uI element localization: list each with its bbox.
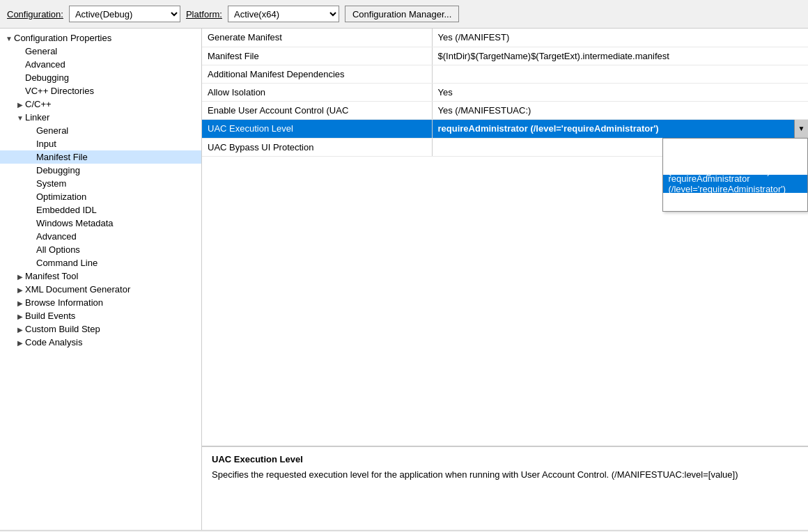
config-select[interactable]: Active(Debug): [69, 6, 180, 22]
tree-item-general[interactable]: General: [0, 45, 201, 58]
tree-item-advanced[interactable]: Advanced: [0, 58, 201, 71]
tree-item-cpp[interactable]: ▶C/C++: [0, 97, 201, 111]
prop-name-3: Allow Isolation: [202, 83, 432, 101]
prop-name-1: Manifest File: [202, 47, 432, 65]
config-manager-button[interactable]: Configuration Manager...: [345, 6, 459, 22]
tree-label-build-events: Build Events: [25, 311, 75, 321]
tree-label-custom-build: Custom Build Step: [25, 324, 100, 334]
expand-icon-config-props[interactable]: ▼: [4, 35, 14, 42]
tree-item-debugging-top[interactable]: Debugging: [0, 71, 201, 84]
expand-icon-cpp[interactable]: ▶: [15, 101, 25, 109]
tree-label-debugging-top: Debugging: [25, 72, 69, 83]
tree-item-manifest-file[interactable]: Manifest File: [0, 150, 201, 164]
tree-label-embedded-idl: Embedded IDL: [36, 205, 97, 215]
prop-name-4: Enable User Account Control (UAC: [202, 101, 432, 119]
dropdown-option-0[interactable]: asInvoker (/level='asInvoker'): [663, 139, 808, 157]
tree-item-linker-input[interactable]: Input: [0, 137, 201, 150]
tree-item-build-events[interactable]: ▶Build Events: [0, 309, 201, 322]
expand-icon-manifest-tool[interactable]: ▶: [15, 273, 25, 281]
tree-label-vc-dirs: VC++ Directories: [25, 86, 94, 96]
description-panel: UAC Execution Level Specifies the reques…: [202, 446, 808, 530]
tree-item-linker[interactable]: ▼Linker: [0, 111, 201, 124]
tree-item-optimization[interactable]: Optimization: [0, 190, 201, 203]
expand-icon-custom-build[interactable]: ▶: [15, 326, 25, 334]
prop-row-2[interactable]: Additional Manifest Dependencies: [202, 65, 808, 83]
tree-item-linker-advanced[interactable]: Advanced: [0, 230, 201, 243]
prop-name-2: Additional Manifest Dependencies: [202, 65, 432, 83]
tree-label-linker-debugging: Debugging: [36, 165, 80, 175]
tree-item-linker-debugging[interactable]: Debugging: [0, 164, 201, 177]
description-text: Specifies the requested execution level …: [212, 469, 798, 481]
dropdown-option-2[interactable]: requireAdministrator (/level='requireAdm…: [663, 175, 808, 193]
expand-icon-linker[interactable]: ▼: [15, 114, 25, 122]
prop-value-2: [432, 65, 808, 83]
right-panel: Generate Manifest Yes (/MANIFEST) Manife…: [202, 29, 808, 530]
expand-icon-browse-info[interactable]: ▶: [15, 299, 25, 307]
tree-item-all-options[interactable]: All Options: [0, 243, 201, 256]
tree-label-cpp: C/C++: [25, 99, 52, 109]
prop-row-0[interactable]: Generate Manifest Yes (/MANIFEST): [202, 29, 808, 47]
tree-item-system[interactable]: System: [0, 177, 201, 190]
prop-value-0: Yes (/MANIFEST): [432, 29, 808, 47]
tree-label-linker: Linker: [25, 112, 49, 123]
prop-row-3[interactable]: Allow Isolation Yes: [202, 83, 808, 101]
property-table: Generate Manifest Yes (/MANIFEST) Manife…: [202, 29, 808, 157]
dropdown-arrow-btn[interactable]: ▼: [794, 120, 808, 138]
dropdown-option-3[interactable]: [663, 193, 808, 211]
toolbar: Configuration: Active(Debug) Platform: A…: [0, 0, 808, 29]
expand-icon-xml-doc[interactable]: ▶: [15, 286, 25, 294]
tree-label-linker-advanced: Advanced: [36, 231, 77, 242]
tree-label-windows-metadata: Windows Metadata: [36, 218, 114, 228]
tree-label-config-props: Configuration Properties: [14, 33, 111, 43]
expand-icon-code-analysis[interactable]: ▶: [15, 339, 25, 347]
tree-item-config-props[interactable]: ▼Configuration Properties: [0, 31, 201, 45]
tree-label-advanced: Advanced: [25, 59, 65, 70]
tree-item-code-analysis[interactable]: ▶Code Analysis: [0, 336, 201, 349]
prop-name-6: UAC Bypass UI Protection: [202, 138, 432, 156]
main-area: ▼Configuration Properties General Advanc…: [0, 29, 808, 530]
tree-panel: ▼Configuration Properties General Advanc…: [0, 29, 202, 530]
property-grid: Generate Manifest Yes (/MANIFEST) Manife…: [202, 29, 808, 446]
tree-item-windows-metadata[interactable]: Windows Metadata: [0, 217, 201, 230]
tree-item-vc-dirs[interactable]: VC++ Directories: [0, 84, 201, 97]
tree-item-linker-general[interactable]: General: [0, 124, 201, 137]
prop-row-1[interactable]: Manifest File $(IntDir)$(TargetName)$(Ta…: [202, 47, 808, 65]
config-label: Configuration:: [7, 9, 63, 19]
prop-row-4[interactable]: Enable User Account Control (UAC Yes (/M…: [202, 101, 808, 119]
tree-label-command-line: Command Line: [36, 258, 98, 268]
dropdown-option-1[interactable]: highestAvailable (/level='highestAvailab…: [663, 157, 808, 175]
tree-item-command-line[interactable]: Command Line: [0, 256, 201, 269]
description-title: UAC Execution Level: [212, 454, 798, 464]
tree-item-custom-build[interactable]: ▶Custom Build Step: [0, 322, 201, 336]
tree-label-linker-general: General: [36, 125, 68, 136]
tree-label-browse-info: Browse Information: [25, 297, 103, 308]
platform-select[interactable]: Active(x64): [228, 6, 339, 22]
tree-label-manifest-file: Manifest File: [36, 152, 88, 162]
tree-label-system: System: [36, 178, 66, 189]
tree-label-xml-doc: XML Document Generator: [25, 284, 130, 295]
expand-icon-build-events[interactable]: ▶: [15, 313, 25, 320]
tree-label-all-options: All Options: [36, 244, 80, 255]
prop-value-3: Yes: [432, 83, 808, 101]
dropdown-list: asInvoker (/level='asInvoker') highestAv…: [662, 138, 809, 212]
tree-item-xml-doc[interactable]: ▶XML Document Generator: [0, 283, 201, 296]
tree-label-manifest-tool: Manifest Tool: [25, 271, 78, 281]
tree-label-optimization: Optimization: [36, 191, 86, 202]
prop-row-5[interactable]: UAC Execution Level requireAdministrator…: [202, 119, 808, 138]
platform-label: Platform:: [186, 9, 222, 19]
tree-item-browse-info[interactable]: ▶Browse Information: [0, 296, 201, 309]
tree-item-manifest-tool[interactable]: ▶Manifest Tool: [0, 269, 201, 283]
prop-value-1: $(IntDir)$(TargetName)$(TargetExt).inter…: [432, 47, 808, 65]
prop-value-5: requireAdministrator (/level='requireAdm…: [432, 119, 808, 138]
prop-name-0: Generate Manifest: [202, 29, 432, 47]
tree-label-general: General: [25, 46, 57, 56]
tree-label-code-analysis: Code Analysis: [25, 337, 82, 347]
tree-label-linker-input: Input: [36, 139, 56, 149]
prop-value-4: Yes (/MANIFESTUAC:): [432, 101, 808, 119]
tree-item-embedded-idl[interactable]: Embedded IDL: [0, 203, 201, 217]
dropdown-value: requireAdministrator (/level='requireAdm…: [433, 122, 795, 135]
prop-name-5: UAC Execution Level: [202, 119, 432, 138]
